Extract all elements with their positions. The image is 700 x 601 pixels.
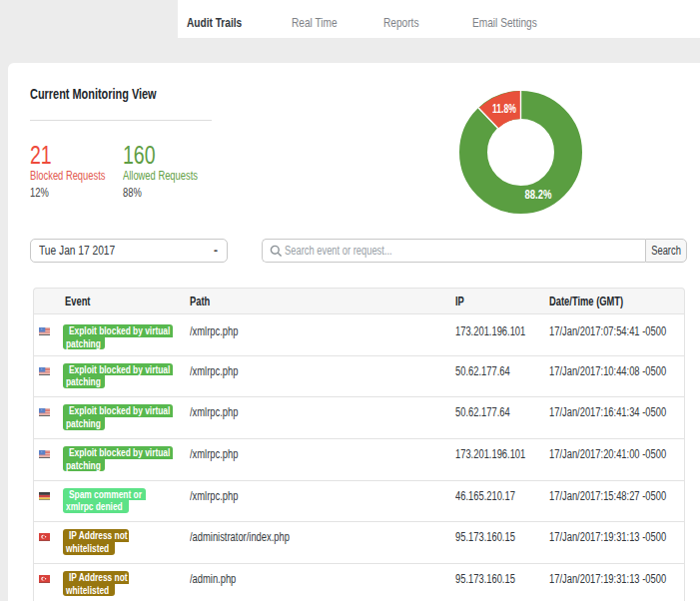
- svg-text:11.8%: 11.8%: [492, 101, 516, 116]
- svg-text:88.2%: 88.2%: [525, 187, 552, 202]
